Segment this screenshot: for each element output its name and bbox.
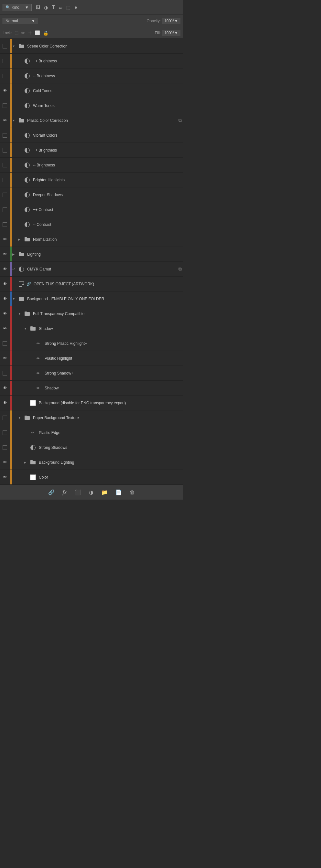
- visibility-toggle-pp-brightness-2[interactable]: [0, 143, 10, 157]
- visibility-toggle-open-artwork[interactable]: 👁: [0, 277, 10, 291]
- expand-arrow-scene-color-correction[interactable]: ▼: [12, 44, 16, 48]
- visibility-toggle-full-transparency[interactable]: 👁: [0, 306, 10, 321]
- visibility-toggle-mm-brightness[interactable]: [0, 68, 10, 83]
- expand-arrow-shadow-folder[interactable]: ▼: [24, 327, 28, 330]
- layer-row-strong-shadows[interactable]: Strong Shadows: [0, 440, 183, 455]
- opacity-group: Opacity: 100% ▼: [146, 18, 180, 24]
- layer-row-deeper-shadows[interactable]: Deeper Shadows: [0, 187, 183, 202]
- expand-arrow-background-folder[interactable]: ▼: [12, 297, 16, 301]
- layer-row-strong-plastic-highlight[interactable]: Strong Plastic Highlight+: [0, 336, 183, 351]
- visibility-toggle-brighter-highlights[interactable]: [0, 173, 10, 187]
- visibility-toggle-paper-bg-texture[interactable]: [0, 410, 10, 425]
- visibility-toggle-strong-shadow-plus[interactable]: [0, 366, 10, 380]
- layer-row-background-folder[interactable]: 👁▼Background - ENABLE ONLY ONE FOLDER: [0, 291, 183, 306]
- visibility-toggle-deeper-shadows[interactable]: [0, 187, 10, 202]
- lock-transparent-icon[interactable]: ⬚: [14, 30, 19, 36]
- lock-row: Lock: ⬚ ✏ ✛ ⬜ 🔒 Fill: 100% ▼: [0, 27, 183, 39]
- visibility-toggle-vibrant-colors[interactable]: [0, 128, 10, 143]
- visibility-toggle-mm-contrast[interactable]: [0, 217, 10, 232]
- visibility-toggle-plastic-color-correction[interactable]: 👁: [0, 113, 10, 128]
- layer-row-mm-brightness-2[interactable]: -- Brightness: [0, 158, 183, 173]
- visibility-toggle-background-layer[interactable]: 👁: [0, 396, 10, 410]
- image-filter-icon[interactable]: 🖼: [35, 4, 41, 11]
- layer-row-color-layer[interactable]: 👁Color: [0, 470, 183, 485]
- layer-row-pp-brightness[interactable]: ++ Brightness: [0, 54, 183, 68]
- expand-arrow-lighting[interactable]: ▶: [12, 253, 16, 256]
- layer-fx-button[interactable]: fx: [61, 489, 68, 496]
- visibility-toggle-mm-brightness-2[interactable]: [0, 158, 10, 172]
- expand-arrow-background-lighting[interactable]: ▶: [24, 461, 28, 464]
- visibility-toggle-pp-brightness[interactable]: [0, 54, 10, 68]
- expand-arrow-plastic-color-correction[interactable]: ▼: [12, 119, 16, 122]
- visibility-toggle-background-lighting[interactable]: 👁: [0, 455, 10, 469]
- visibility-toggle-cold-tones[interactable]: 👁: [0, 83, 10, 98]
- smart-filter-icon[interactable]: ⬚: [66, 4, 71, 11]
- visibility-toggle-color-layer[interactable]: 👁: [0, 470, 10, 485]
- layer-row-brighter-highlights[interactable]: Brighter Highlights: [0, 173, 183, 187]
- layer-row-lighting[interactable]: 👁▶Lighting: [0, 247, 183, 262]
- expand-arrow-full-transparency[interactable]: ▼: [18, 312, 22, 315]
- layer-row-background-layer[interactable]: 👁Background (disable for PNG transparenc…: [0, 396, 183, 410]
- layer-row-cmyk-gamut[interactable]: 👁↵CMYK Gamut⧉: [0, 262, 183, 277]
- expand-arrow-paper-bg-texture[interactable]: ▼: [18, 416, 22, 420]
- adjustment-icon: [25, 59, 30, 64]
- visibility-toggle-lighting[interactable]: 👁: [0, 247, 10, 261]
- link-layers-button[interactable]: 🔗: [47, 489, 56, 496]
- layer-row-mm-contrast[interactable]: -- Contrast: [0, 217, 183, 232]
- layer-row-cold-tones[interactable]: 👁Cold Tones: [0, 83, 183, 98]
- layer-row-scene-color-correction[interactable]: ▼Scene Color Correction: [0, 39, 183, 54]
- layer-row-open-artwork[interactable]: 👁🔗OPEN THIS OBJECT (ARTWORK): [0, 277, 183, 291]
- visibility-toggle-normalization[interactable]: 👁: [0, 232, 10, 247]
- adjustment-icon: [25, 133, 30, 138]
- add-mask-button[interactable]: ⬛: [74, 489, 82, 496]
- layer-row-normalization[interactable]: 👁▶Normalization: [0, 232, 183, 247]
- new-layer-button[interactable]: 📄: [114, 489, 123, 496]
- type-filter-icon[interactable]: T: [51, 4, 56, 11]
- lock-paint-icon[interactable]: ✏: [21, 30, 26, 36]
- layer-name-shadow-layer: Shadow: [45, 386, 59, 391]
- adjustment-button[interactable]: ◑: [88, 489, 95, 496]
- layer-row-vibrant-colors[interactable]: Vibrant Colors: [0, 128, 183, 143]
- visibility-toggle-background-folder[interactable]: 👁: [0, 291, 10, 306]
- visibility-toggle-plastic-highlight[interactable]: 👁: [0, 351, 10, 366]
- layer-row-pp-brightness-2[interactable]: ++ Brightness: [0, 143, 183, 158]
- layer-row-full-transparency[interactable]: 👁▼Full Transparency Compatible: [0, 306, 183, 321]
- lock-position-icon[interactable]: ✛: [27, 30, 33, 36]
- layer-row-background-lighting[interactable]: 👁▶Background Lighting: [0, 455, 183, 470]
- delete-layer-button[interactable]: 🗑: [128, 489, 136, 496]
- visibility-toggle-strong-shadows[interactable]: [0, 440, 10, 455]
- visibility-toggle-cmyk-gamut[interactable]: 👁: [0, 262, 10, 276]
- visibility-toggle-plastic-edge[interactable]: [0, 425, 10, 440]
- expand-arrow-normalization[interactable]: ▶: [18, 238, 22, 241]
- fill-input[interactable]: 100% ▼: [162, 30, 180, 36]
- group-button[interactable]: 📁: [100, 489, 109, 496]
- layer-row-plastic-color-correction[interactable]: 👁▼Plastic Color Correction⧉: [0, 113, 183, 128]
- visibility-toggle-pp-contrast[interactable]: [0, 202, 10, 217]
- visibility-toggle-scene-color-correction[interactable]: [0, 39, 10, 53]
- folder-icon: [19, 118, 24, 122]
- layer-row-warm-tones[interactable]: Warm Tones: [0, 98, 183, 113]
- visibility-toggle-shadow-folder[interactable]: 👁: [0, 321, 10, 336]
- adjustment-filter-icon[interactable]: ◑: [43, 4, 49, 11]
- layer-row-strong-shadow-plus[interactable]: Strong Shadow+: [0, 366, 183, 381]
- blend-mode-dropdown[interactable]: Normal ▼: [3, 18, 38, 24]
- layer-row-shadow-layer[interactable]: 👁Shadow: [0, 381, 183, 396]
- layer-name-pp-brightness: ++ Brightness: [33, 59, 57, 63]
- chevron-down-icon: ▼: [25, 5, 29, 10]
- visibility-toggle-shadow-layer[interactable]: 👁: [0, 381, 10, 395]
- kind-dropdown[interactable]: 🔍 Kind ▼: [3, 4, 32, 11]
- visibility-toggle-warm-tones[interactable]: [0, 98, 10, 113]
- fill-filter-icon[interactable]: ●: [74, 4, 78, 11]
- lock-all-icon[interactable]: 🔒: [42, 30, 49, 36]
- visibility-toggle-strong-plastic-highlight[interactable]: [0, 336, 10, 351]
- lock-artboard-icon[interactable]: ⬜: [34, 30, 41, 36]
- layer-row-plastic-edge[interactable]: Plastic Edge: [0, 425, 183, 440]
- layer-row-mm-brightness[interactable]: -- Brightness: [0, 68, 183, 83]
- layer-row-paper-bg-texture[interactable]: ▼Paper Background Texture: [0, 410, 183, 425]
- layer-row-shadow-folder[interactable]: 👁▼Shadow: [0, 321, 183, 336]
- layer-row-plastic-highlight[interactable]: 👁Plastic Highlight: [0, 351, 183, 366]
- layer-name-background-layer: Background (disable for PNG transparency…: [39, 401, 126, 405]
- layer-row-pp-contrast[interactable]: ++ Contrast: [0, 202, 183, 217]
- shape-filter-icon[interactable]: ▱: [58, 4, 63, 11]
- opacity-input[interactable]: 100% ▼: [162, 18, 180, 24]
